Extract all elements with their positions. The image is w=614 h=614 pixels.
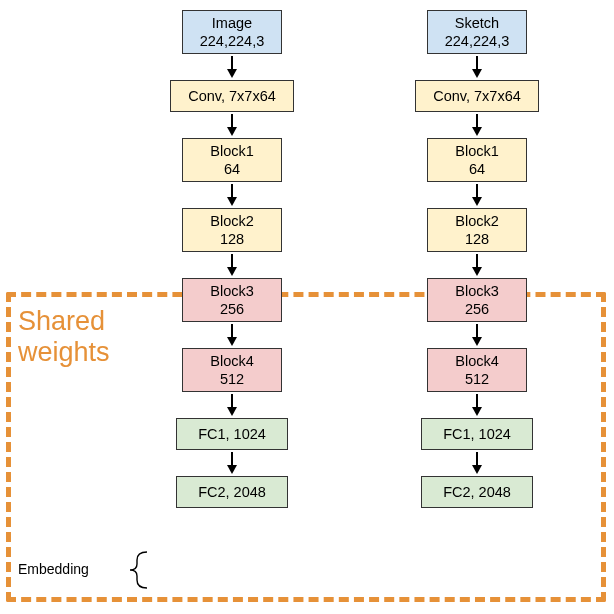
block1: Block1 64 [427, 138, 527, 182]
block-channels: 128 [220, 230, 244, 248]
block-channels: 64 [469, 160, 485, 178]
input-title: Image [212, 14, 252, 32]
conv-label: Conv, 7x7x64 [188, 87, 276, 105]
input-dims: 224,224,3 [445, 32, 510, 50]
embedding-label: Embedding [18, 561, 89, 577]
block-name: Block2 [210, 212, 254, 230]
input-title: Sketch [455, 14, 499, 32]
arrow-icon [227, 112, 237, 138]
block2: Block2 128 [182, 208, 282, 252]
fc2-embedding: FC2, 2048 [421, 476, 533, 508]
input-image: Image 224,224,3 [182, 10, 282, 54]
sketch-branch: Sketch 224,224,3 Conv, 7x7x64 Block1 64 … [415, 10, 539, 508]
block-channels: 512 [220, 370, 244, 388]
fc-label: FC1, 1024 [443, 425, 511, 443]
block-channels: 256 [465, 300, 489, 318]
shared-label-line2: weights [18, 337, 110, 367]
shared-label-line1: Shared [18, 306, 105, 336]
input-sketch: Sketch 224,224,3 [427, 10, 527, 54]
siamese-architecture-diagram: Shared weights Image 224,224,3 Conv, 7x7… [0, 0, 614, 614]
arrow-icon [227, 252, 237, 278]
fc-label: FC2, 2048 [198, 483, 266, 501]
fc-label: FC1, 1024 [198, 425, 266, 443]
conv-layer: Conv, 7x7x64 [415, 80, 539, 112]
block-name: Block4 [455, 352, 499, 370]
input-dims: 224,224,3 [200, 32, 265, 50]
conv-label: Conv, 7x7x64 [433, 87, 521, 105]
block4: Block4 512 [427, 348, 527, 392]
block-channels: 128 [465, 230, 489, 248]
fc-label: FC2, 2048 [443, 483, 511, 501]
arrow-icon [472, 392, 482, 418]
arrow-icon [227, 392, 237, 418]
arrow-icon [227, 54, 237, 80]
block-name: Block1 [455, 142, 499, 160]
block3: Block3 256 [427, 278, 527, 322]
shared-weights-label: Shared weights [18, 306, 110, 368]
arrow-icon [472, 112, 482, 138]
block1: Block1 64 [182, 138, 282, 182]
arrow-icon [472, 322, 482, 348]
block4: Block4 512 [182, 348, 282, 392]
block-name: Block2 [455, 212, 499, 230]
arrow-icon [472, 450, 482, 476]
block3: Block3 256 [182, 278, 282, 322]
arrow-icon [227, 450, 237, 476]
conv-layer: Conv, 7x7x64 [170, 80, 294, 112]
image-branch: Image 224,224,3 Conv, 7x7x64 Block1 64 B… [170, 10, 294, 508]
block-name: Block3 [455, 282, 499, 300]
block-name: Block1 [210, 142, 254, 160]
arrow-icon [472, 252, 482, 278]
arrow-icon [472, 182, 482, 208]
block-name: Block4 [210, 352, 254, 370]
block2: Block2 128 [427, 208, 527, 252]
fc1: FC1, 1024 [421, 418, 533, 450]
block-channels: 64 [224, 160, 240, 178]
arrow-icon [472, 54, 482, 80]
arrow-icon [227, 322, 237, 348]
arrow-icon [227, 182, 237, 208]
block-channels: 256 [220, 300, 244, 318]
fc1: FC1, 1024 [176, 418, 288, 450]
block-name: Block3 [210, 282, 254, 300]
fc2-embedding: FC2, 2048 [176, 476, 288, 508]
block-channels: 512 [465, 370, 489, 388]
